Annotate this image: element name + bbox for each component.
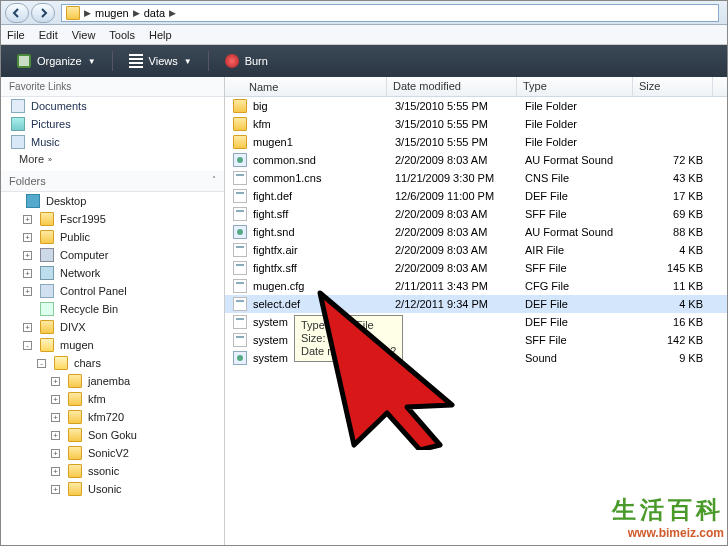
tree-item[interactable]: +Usonic	[1, 480, 224, 498]
file-date: 2/20/2009 8:03 AM	[395, 244, 525, 256]
breadcrumb-part[interactable]: mugen ▶	[95, 7, 140, 19]
tree-label: Usonic	[88, 483, 122, 495]
address-bar: ▶ mugen ▶ data ▶	[1, 1, 727, 25]
file-row[interactable]: common.snd2/20/2009 8:03 AMAU Format Sou…	[225, 151, 727, 169]
expand-toggle[interactable]: +	[51, 485, 60, 494]
tree-item[interactable]: +kfm	[1, 390, 224, 408]
tree-item[interactable]: +Computer	[1, 246, 224, 264]
tree-item[interactable]: -chars	[1, 354, 224, 372]
menu-edit[interactable]: Edit	[39, 29, 58, 41]
tree-item[interactable]: Desktop	[1, 192, 224, 210]
expand-toggle[interactable]: +	[51, 395, 60, 404]
toolbar: Organize ▼ Views ▼ Burn	[1, 45, 727, 77]
file-icon	[233, 117, 247, 131]
organize-button[interactable]: Organize ▼	[9, 51, 104, 71]
file-name: fight.sff	[253, 208, 288, 220]
file-row[interactable]: fight.snd2/20/2009 8:03 AMAU Format Soun…	[225, 223, 727, 241]
watermark-url: www.bimeiz.com	[612, 526, 724, 540]
column-type[interactable]: Type	[517, 77, 633, 96]
file-name: mugen1	[253, 136, 293, 148]
tree-item[interactable]: +SonicV2	[1, 444, 224, 462]
more-link[interactable]: More »	[1, 151, 224, 167]
tree-item[interactable]: Recycle Bin	[1, 300, 224, 318]
tree-label: Son Goku	[88, 429, 137, 441]
file-type: DEF File	[525, 190, 641, 202]
menu-help[interactable]: Help	[149, 29, 172, 41]
tree-item[interactable]: +Network	[1, 264, 224, 282]
tree-item[interactable]: -mugen	[1, 336, 224, 354]
expand-toggle[interactable]: +	[51, 431, 60, 440]
forward-button[interactable]	[31, 3, 55, 23]
file-row[interactable]: select.def2/12/2011 9:34 PMDEF File4 KB	[225, 295, 727, 313]
favorite-label: Documents	[31, 100, 87, 112]
expand-toggle[interactable]: -	[23, 341, 32, 350]
expand-toggle[interactable]: +	[23, 215, 32, 224]
expand-toggle[interactable]: -	[37, 359, 46, 368]
favorite-link[interactable]: Documents	[1, 97, 224, 115]
file-date: 2/20/2009 8:03 AM	[395, 208, 525, 220]
tree-item[interactable]: +DIVX	[1, 318, 224, 336]
file-row[interactable]: fightfx.sff2/20/2009 8:03 AMSFF File145 …	[225, 259, 727, 277]
chevron-down-icon: ▼	[88, 57, 96, 66]
tree-item[interactable]: +kfm720	[1, 408, 224, 426]
file-type: DEF File	[525, 316, 641, 328]
burn-button[interactable]: Burn	[217, 51, 276, 71]
breadcrumb-part[interactable]: data ▶	[144, 7, 176, 19]
file-row[interactable]: fightfx.air2/20/2009 8:03 AMAIR File4 KB	[225, 241, 727, 259]
expand-toggle[interactable]: +	[23, 323, 32, 332]
file-name: fightfx.air	[253, 244, 298, 256]
file-name: system	[253, 352, 288, 364]
tree-item[interactable]: +Public	[1, 228, 224, 246]
file-icon	[233, 351, 247, 365]
back-arrow-icon	[12, 8, 22, 18]
menu-tools[interactable]: Tools	[109, 29, 135, 41]
file-row[interactable]: mugen.cfg2/11/2011 3:43 PMCFG File11 KB	[225, 277, 727, 295]
file-size: 72 KB	[641, 154, 721, 166]
expand-toggle[interactable]: +	[51, 377, 60, 386]
folders-header[interactable]: Folders ˄	[1, 171, 224, 192]
expand-toggle[interactable]: +	[23, 287, 32, 296]
folder-icon	[40, 212, 54, 226]
tree-item[interactable]: +Fscr1995	[1, 210, 224, 228]
file-icon	[233, 99, 247, 113]
expand-toggle[interactable]: +	[23, 269, 32, 278]
column-size[interactable]: Size	[633, 77, 713, 96]
expand-toggle[interactable]: +	[51, 467, 60, 476]
file-name: fightfx.sff	[253, 262, 297, 274]
tree-item[interactable]: +Son Goku	[1, 426, 224, 444]
file-row[interactable]: big3/15/2010 5:55 PMFile Folder	[225, 97, 727, 115]
file-name: big	[253, 100, 268, 112]
expand-toggle[interactable]: +	[23, 233, 32, 242]
doc-icon	[11, 99, 25, 113]
tree-label: Control Panel	[60, 285, 127, 297]
file-icon	[233, 315, 247, 329]
file-row[interactable]: mugen13/15/2010 5:55 PMFile Folder	[225, 133, 727, 151]
breadcrumb[interactable]: ▶ mugen ▶ data ▶	[61, 4, 719, 22]
file-row[interactable]: kfm3/15/2010 5:55 PMFile Folder	[225, 115, 727, 133]
favorite-link[interactable]: Pictures	[1, 115, 224, 133]
back-button[interactable]	[5, 3, 29, 23]
file-row[interactable]: fight.def12/6/2009 11:00 PMDEF File17 KB	[225, 187, 727, 205]
favorite-link[interactable]: Music	[1, 133, 224, 151]
expand-toggle[interactable]: +	[51, 449, 60, 458]
views-button[interactable]: Views ▼	[121, 51, 200, 71]
column-date[interactable]: Date modified	[387, 77, 517, 96]
file-row[interactable]: common1.cns11/21/2009 3:30 PMCNS File43 …	[225, 169, 727, 187]
file-icon	[233, 153, 247, 167]
tree-item[interactable]: +Control Panel	[1, 282, 224, 300]
file-icon	[233, 279, 247, 293]
menu-view[interactable]: View	[72, 29, 96, 41]
column-name[interactable]: Name	[225, 77, 387, 96]
file-size: 4 KB	[641, 244, 721, 256]
tree-item[interactable]: +janemba	[1, 372, 224, 390]
file-row[interactable]: fight.sff2/20/2009 8:03 AMSFF File69 KB	[225, 205, 727, 223]
expand-toggle[interactable]: +	[23, 251, 32, 260]
expand-toggle[interactable]: +	[51, 413, 60, 422]
file-date: 2/20/2009 8:03 AM	[395, 154, 525, 166]
tooltip-line: Type: DEF File	[301, 319, 396, 332]
tree-label: Fscr1995	[60, 213, 106, 225]
folder-icon	[68, 482, 82, 496]
menu-file[interactable]: File	[7, 29, 25, 41]
tree-item[interactable]: +ssonic	[1, 462, 224, 480]
watermark-text: 生活百科	[612, 494, 724, 526]
